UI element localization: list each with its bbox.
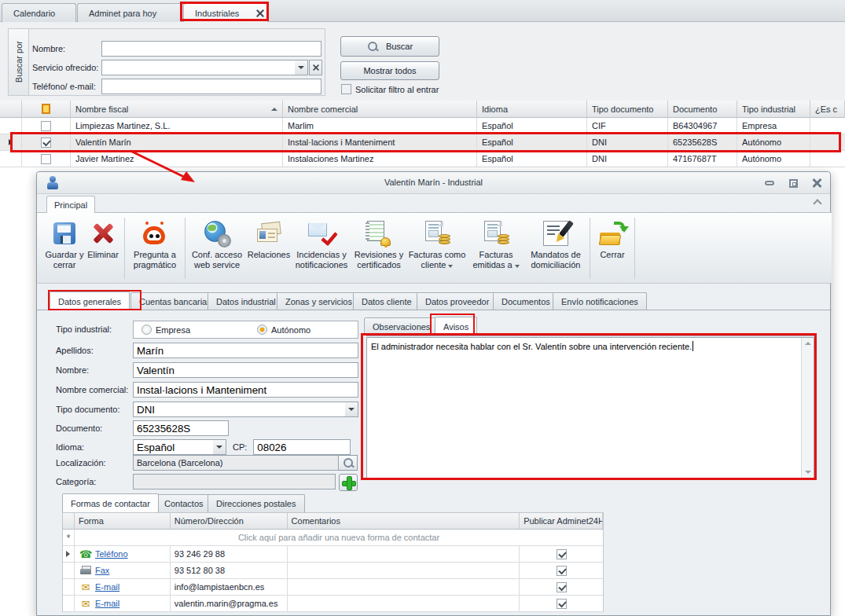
table-row[interactable]: Limpiezas Martinez, S.L. Marlim Español … — [0, 118, 845, 134]
publicar-checkbox[interactable] — [557, 599, 567, 609]
grid-select-all-header[interactable] — [22, 101, 71, 118]
tab-envio-notificaciones[interactable]: Envío notificaciones — [553, 292, 647, 310]
tab-datos-cliente[interactable]: Datos cliente — [353, 292, 421, 310]
solicitar-filtro-checkbox[interactable] — [341, 84, 351, 94]
column-header-forma[interactable]: Forma — [75, 513, 171, 530]
publicar-checkbox[interactable] — [557, 549, 567, 559]
facturas-como-cliente-button[interactable]: Facturas como cliente — [406, 216, 468, 270]
mandatos-de-domiciliacion-button[interactable]: Mandatos de domiciliación — [524, 216, 587, 270]
tab-datos-industrial[interactable]: Datos industrial — [208, 292, 285, 310]
apellidos-field[interactable] — [133, 343, 358, 358]
column-header-numero-direccion[interactable]: Número/Dirección — [171, 513, 288, 530]
cp-field[interactable] — [253, 439, 351, 455]
row-checkbox[interactable] — [41, 154, 51, 164]
radio-autonomo[interactable]: Autónomo — [257, 324, 310, 335]
tipo-documento-combo[interactable] — [133, 402, 358, 417]
idioma-dropdown-button[interactable] — [213, 439, 226, 455]
publicar-cell[interactable] — [520, 546, 603, 563]
column-header-nombre-fiscal[interactable]: Nombre fiscal — [71, 101, 283, 118]
new-row-prompt[interactable]: Click aquí para añadir una nueva forma d… — [75, 530, 603, 546]
servicio-clear-button[interactable] — [309, 60, 322, 75]
ribbon-tab-principal[interactable]: Principal — [46, 196, 95, 213]
column-header-idioma[interactable]: Idioma — [477, 101, 587, 118]
categoria-field[interactable] — [133, 474, 336, 490]
publicar-cell[interactable] — [520, 563, 603, 579]
new-contact-row[interactable]: * Click aquí para añadir una nueva forma… — [63, 530, 603, 546]
facturas-emitidas-a-button[interactable]: Facturas emitidas a — [468, 216, 524, 270]
tab-observaciones[interactable]: Observaciones — [364, 317, 439, 336]
list-item[interactable]: Fax 93 512 80 38 — [63, 563, 603, 579]
tab-cuentas-bancarias[interactable]: Cuentas bancarias — [130, 292, 220, 310]
publicar-cell[interactable] — [520, 596, 603, 612]
row-checkbox[interactable] — [41, 121, 51, 131]
list-item[interactable]: ✉E-mail valentin.marin@pragma.es — [63, 596, 603, 612]
list-item[interactable]: ☎Teléfono 93 246 29 88 — [63, 546, 603, 563]
localizacion-search-button[interactable] — [339, 455, 358, 471]
localizacion-field[interactable]: Barcelona (Barcelona) — [133, 455, 339, 471]
row-checkbox-cell[interactable] — [22, 118, 71, 134]
collapse-ribbon-icon[interactable] — [813, 199, 821, 207]
tab-zonas-y-servicios[interactable]: Zonas y servicios — [277, 292, 361, 310]
publicar-checkbox[interactable] — [557, 566, 567, 576]
contact-type-link[interactable]: E-mail — [95, 599, 119, 608]
nombre-comercial-field[interactable] — [133, 382, 358, 398]
tab-datos-proveedor[interactable]: Datos proveedor — [417, 292, 498, 310]
tab-direcciones-postales[interactable]: Direcciones postales — [208, 494, 305, 512]
documento-field[interactable] — [133, 420, 229, 436]
relaciones-button[interactable]: Relaciones — [246, 216, 292, 260]
tab-contactos[interactable]: Contactos — [156, 494, 212, 512]
servicio-dropdown-button[interactable] — [295, 60, 308, 75]
column-header-es-cliente[interactable]: ¿Es c — [810, 101, 845, 118]
tipo-documento-field[interactable] — [133, 402, 345, 417]
toolbar-label: Incidencias y notificaciones — [292, 250, 351, 270]
column-header-nombre-comercial[interactable]: Nombre comercial — [283, 101, 477, 118]
minimize-button[interactable] — [762, 178, 777, 189]
pregunta-a-pragmatico-button[interactable]: Pregunta a pragmático — [127, 216, 182, 270]
nombre-field[interactable] — [133, 362, 358, 378]
contact-type-link[interactable]: Teléfono — [95, 549, 128, 559]
tab-avisos[interactable]: Avisos — [435, 317, 477, 336]
row-checkbox-cell[interactable] — [22, 151, 71, 167]
radio-empresa[interactable]: Empresa — [141, 324, 190, 335]
tab-datos-generales[interactable]: Datos generales — [50, 292, 130, 310]
row-checkbox-cell[interactable] — [22, 134, 71, 151]
idioma-field[interactable] — [133, 439, 213, 455]
nombre-filter-input[interactable] — [101, 41, 321, 57]
tab-documentos[interactable]: Documentos — [493, 292, 559, 310]
dialog-title-bar[interactable]: Valentín Marín - Industrial — [37, 172, 830, 194]
table-row-selected[interactable]: Valentín Marín Instal·lacions i Mantenim… — [0, 134, 845, 151]
close-button[interactable] — [810, 178, 824, 189]
tab-industriales[interactable]: Industriales — [183, 3, 268, 22]
publicar-cell[interactable] — [520, 579, 603, 596]
servicio-filter-input[interactable] — [101, 60, 295, 75]
contact-type-link[interactable]: Fax — [95, 566, 109, 575]
tab-formas-de-contactar[interactable]: Formas de contactar — [62, 493, 159, 512]
list-item[interactable]: ✉E-mail info@lampistaenbcn.es — [63, 579, 603, 596]
avisos-textarea[interactable]: El administrador necesita hablar con el … — [366, 337, 814, 478]
vertical-scrollbar[interactable] — [801, 338, 814, 478]
publicar-checkbox[interactable] — [557, 582, 567, 592]
tab-calendario[interactable]: Calendario — [2, 3, 76, 22]
revisiones-y-certificados-button[interactable]: Revisiones y certificados — [351, 216, 406, 270]
telefono-filter-input[interactable] — [101, 79, 321, 94]
mostrar-todos-button[interactable]: Mostrar todos — [340, 61, 439, 80]
categoria-add-button[interactable] — [339, 474, 358, 491]
column-header-comentarios[interactable]: Comentarios — [288, 513, 520, 530]
buscar-por-strip: Buscar por — [9, 29, 29, 95]
incidencias-y-notificaciones-button[interactable]: Incidencias y notificaciones — [292, 216, 351, 270]
tab-adminet-para-hoy[interactable]: Adminet para hoy — [77, 3, 182, 22]
row-checkbox[interactable] — [41, 138, 51, 148]
eliminar-button[interactable]: Eliminar — [84, 216, 122, 260]
contact-type-link[interactable]: E-mail — [95, 582, 119, 592]
cerrar-button[interactable]: Cerrar — [593, 216, 632, 260]
column-header-documento[interactable]: Documento — [668, 101, 737, 118]
conf-acceso-web-service-button[interactable]: Conf. acceso web service — [188, 216, 246, 270]
table-row[interactable]: Javier Martinez Instalaciones Martinez E… — [0, 151, 845, 167]
restore-button[interactable] — [786, 178, 800, 189]
column-header-tipo-industrial[interactable]: Tipo industrial — [737, 101, 810, 118]
buscar-button[interactable]: Buscar — [340, 36, 439, 57]
tipo-documento-dropdown-button[interactable] — [345, 402, 358, 417]
column-header-publicar[interactable]: Publicar Adminet24H — [520, 513, 603, 530]
column-header-tipo-documento[interactable]: Tipo documento — [587, 101, 668, 118]
guardar-y-cerrar-button[interactable]: Guardar y cerrar — [45, 216, 84, 270]
